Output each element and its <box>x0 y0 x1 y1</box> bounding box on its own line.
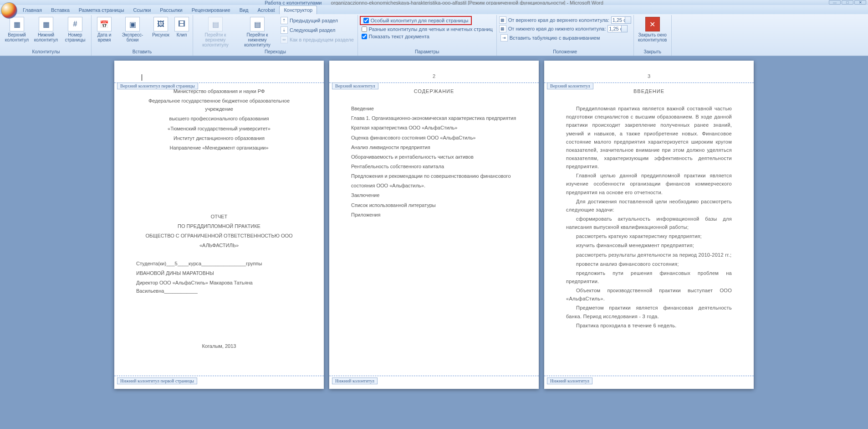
group-insert: 📅Дата и время ▣Экспресс-блоки 🖼Рисунок 🎞… <box>92 15 193 56</box>
quick-parts-button[interactable]: ▣Экспресс-блоки <box>116 16 149 43</box>
calendar-icon: 📅 <box>97 17 112 31</box>
page-number-2: 2 <box>433 73 435 79</box>
footer-from-bottom-row: ▦От нижнего края до нижнего колонтитула:… <box>499 25 628 33</box>
picture-icon: 🖼 <box>153 17 168 31</box>
footer-boundary <box>544 376 754 376</box>
window-buttons: — □ ✕ <box>829 0 866 5</box>
group-label-close: Закрыть <box>636 49 669 55</box>
group-label-opts: Параметры <box>360 49 495 55</box>
ribbon-tabs: Главная Вставка Разметка страницы Ссылки… <box>0 5 868 14</box>
page-2[interactable]: 2 Верхний колонтитул СОДЕРЖАНИЕ Введение… <box>329 61 539 389</box>
page-number-3: 3 <box>648 73 650 79</box>
ribbon: ▦Верхний колонтитул ▦Нижний колонтитул #… <box>0 14 868 56</box>
ruler-bot-icon: ▦ <box>499 25 506 32</box>
tab-mailings[interactable]: Рассылки <box>155 5 187 14</box>
footer-icon: ▦ <box>39 17 53 31</box>
odd-even-checkbox[interactable]: Разные колонтитулы для четных и нечетных… <box>360 26 495 32</box>
tab-icon: ⇥ <box>500 34 508 41</box>
header-first-tag: Верхний колонтитул первой страницы <box>117 83 198 89</box>
maximize-button[interactable]: □ <box>842 0 853 5</box>
group-label-pos: Положение <box>499 49 632 55</box>
next-section-button[interactable]: ⇣Следующий раздел <box>279 26 356 35</box>
group-label-hf: Колонтитулы <box>3 49 89 55</box>
group-header-footer: ▦Верхний колонтитул ▦Нижний колонтитул #… <box>1 15 92 56</box>
office-button[interactable] <box>1 2 17 19</box>
group-label-nav: Переходы <box>195 49 356 55</box>
footer-button[interactable]: ▦Нижний колонтитул <box>32 16 60 43</box>
group-navigation: ▤Перейти к верхнему колонтитулу ▤Перейти… <box>193 15 358 56</box>
show-doc-checkbox[interactable]: Показать текст документа <box>360 33 431 40</box>
picture-button[interactable]: 🖼Рисунок <box>150 16 172 38</box>
tab-layout[interactable]: Разметка страницы <box>74 5 129 14</box>
close-icon: ✕ <box>645 17 660 31</box>
tab-insert[interactable]: Вставка <box>46 5 74 14</box>
first-page-check-input[interactable] <box>363 18 369 23</box>
footer-boundary <box>329 376 539 376</box>
page2-content: СОДЕРЖАНИЕ Введение Глава 1. Организацио… <box>351 87 517 219</box>
page-number-button[interactable]: #Номер страницы <box>61 16 89 43</box>
title-bar: Работа с колонтитулами organizaczionno-e… <box>0 0 868 5</box>
page-3[interactable]: 3 Верхний колонтитул ВВЕДЕНИЕ Преддиплом… <box>544 61 754 389</box>
datetime-button[interactable]: 📅Дата и время <box>93 16 115 43</box>
goto-footer-icon: ▤ <box>250 17 265 31</box>
insert-tab-button[interactable]: ⇥Вставить табуляцию с выравниванием <box>499 33 602 42</box>
header-top-spinner[interactable]: 1,25 см <box>611 16 631 24</box>
group-position: ▦От верхнего края до верхнего колонтитул… <box>497 15 634 56</box>
goto-footer-button[interactable]: ▤Перейти к нижнему колонтитулу <box>237 16 278 48</box>
document-title: organizaczionno-ekonomicheskaya-harakter… <box>331 0 603 5</box>
next-icon: ⇣ <box>281 26 288 34</box>
header-button[interactable]: ▦Верхний колонтитул <box>3 16 31 43</box>
document-workspace[interactable]: Верхний колонтитул первой страницы Минис… <box>0 56 868 429</box>
header-tag: Верхний колонтитул <box>547 83 593 89</box>
header-icon: ▦ <box>10 17 24 31</box>
tab-design[interactable]: Конструктор <box>279 5 317 14</box>
tab-view[interactable]: Вид <box>235 5 253 14</box>
footer-boundary <box>114 376 324 376</box>
text-cursor <box>142 74 142 81</box>
link-prev-button[interactable]: ⇔Как в предыдущем разделе <box>279 35 356 44</box>
page-number-icon: # <box>68 17 82 31</box>
footer-tag: Нижний колонтитул <box>332 377 378 384</box>
page-1[interactable]: Верхний колонтитул первой страницы Минис… <box>114 61 324 389</box>
header-from-top-row: ▦От верхнего края до верхнего колонтитул… <box>499 16 632 24</box>
page3-content: ВВЕДЕНИЕ Преддипломная практика является… <box>566 87 732 330</box>
close-hf-button[interactable]: ✕Закрыть окно колонтитулов <box>636 16 669 43</box>
tab-acrobat[interactable]: Acrobat <box>253 5 280 14</box>
footer-bot-spinner[interactable]: 1,25 см <box>608 25 628 32</box>
group-close: ✕Закрыть окно колонтитулов Закрыть <box>634 15 672 56</box>
link-icon: ⇔ <box>281 36 288 43</box>
group-options: Особый колонтитул для первой страницы Ра… <box>358 15 497 56</box>
odd-even-check-input[interactable] <box>362 26 367 32</box>
close-window-button[interactable]: ✕ <box>854 0 866 5</box>
footer-tag: Нижний колонтитул <box>547 377 592 384</box>
goto-header-button[interactable]: ▤Перейти к верхнему колонтитулу <box>195 16 236 48</box>
goto-header-icon: ▤ <box>208 17 223 31</box>
blocks-icon: ▣ <box>125 17 140 31</box>
tab-review[interactable]: Рецензирование <box>187 5 235 14</box>
prev-section-button[interactable]: ⇡Предыдущий раздел <box>279 16 356 25</box>
tab-home[interactable]: Главная <box>18 5 46 14</box>
show-doc-check-input[interactable] <box>362 34 367 39</box>
tab-references[interactable]: Ссылки <box>129 5 156 14</box>
highlight-box: Особый колонтитул для первой страницы <box>360 16 472 25</box>
context-title: Работа с колонтитулами <box>265 0 322 5</box>
prev-icon: ⇡ <box>281 17 288 24</box>
clipart-button[interactable]: 🎞Клип <box>173 16 191 38</box>
minimize-button[interactable]: — <box>829 0 841 5</box>
first-page-checkbox[interactable]: Особый колонтитул для первой страницы <box>362 17 470 24</box>
ruler-top-icon: ▦ <box>499 16 506 24</box>
page1-content: Министерство образования и науки РФ Феде… <box>136 87 302 350</box>
group-label-insert: Вставить <box>93 49 191 55</box>
header-tag: Верхний колонтитул <box>332 83 378 89</box>
footer-first-tag: Нижний колонтитул первой страницы <box>117 377 197 384</box>
clip-icon: 🎞 <box>174 17 189 31</box>
